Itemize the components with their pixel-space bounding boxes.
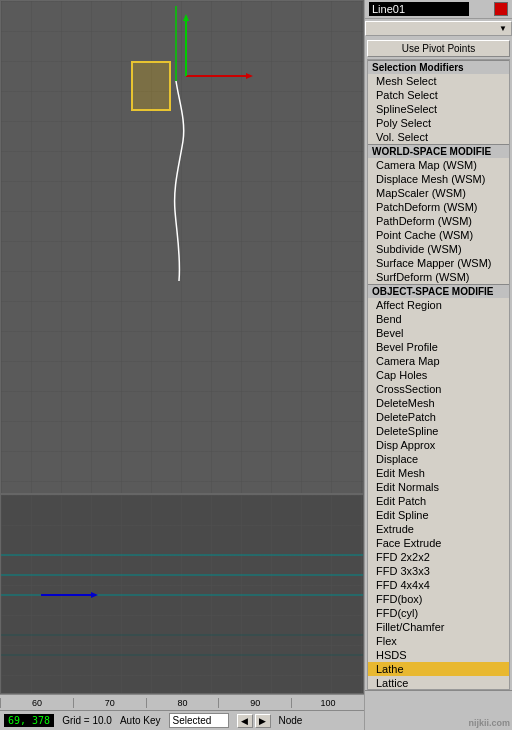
ruler-tick-70: 70 (73, 698, 146, 708)
list-item-extrude[interactable]: Extrude (368, 522, 509, 536)
next-frame-button[interactable]: ▶ (255, 714, 271, 728)
ruler-tick-100: 100 (291, 698, 364, 708)
list-item-ffd-4x4x4[interactable]: FFD 4x4x4 (368, 578, 509, 592)
viewport-top[interactable] (0, 0, 364, 494)
list-item-surfdeform-wsm[interactable]: SurfDeform (WSM) (368, 270, 509, 284)
list-item-subdivide-wsm[interactable]: Subdivide (WSM) (368, 242, 509, 256)
viewport-area: 60 70 80 90 100 69, 378 Grid = 10.0 Auto… (0, 0, 364, 730)
list-item-face-extrude[interactable]: Face Extrude (368, 536, 509, 550)
list-item-hsds[interactable]: HSDS (368, 648, 509, 662)
list-item-deletepatch[interactable]: DeletePatch (368, 410, 509, 424)
list-item-ffd-2x2x2[interactable]: FFD 2x2x2 (368, 550, 509, 564)
object-name-input[interactable] (369, 2, 469, 16)
ruler-tick-80: 80 (146, 698, 219, 708)
list-item-affect-region[interactable]: Affect Region (368, 298, 509, 312)
prev-frame-button[interactable]: ◀ (237, 714, 253, 728)
svg-marker-9 (91, 592, 98, 598)
list-item-edit-patch[interactable]: Edit Patch (368, 494, 509, 508)
watermark: nijkii.com (468, 718, 510, 728)
ruler-content: 60 70 80 90 100 (0, 698, 364, 708)
list-item-ffd-cyl[interactable]: FFD(cyl) (368, 606, 509, 620)
list-item-vol-select[interactable]: Vol. Select (368, 130, 509, 144)
list-item-bend[interactable]: Bend (368, 312, 509, 326)
list-item-lathe[interactable]: Lathe (368, 662, 509, 676)
modifier-stack-dropdown[interactable]: ▼ (365, 21, 512, 36)
world-space-header: WORLD-SPACE MODIFIE (368, 144, 509, 158)
viewport-bottom[interactable] (0, 494, 364, 694)
list-item-pathdeform-wsm[interactable]: PathDeform (WSM) (368, 214, 509, 228)
list-item-bevel-profile[interactable]: Bevel Profile (368, 340, 509, 354)
list-item-lattice[interactable]: Lattice (368, 676, 509, 690)
grid-info: Grid = 10.0 (62, 715, 112, 726)
list-item-mapscaler-wsm[interactable]: MapScaler (WSM) (368, 186, 509, 200)
list-item-spline-select[interactable]: SplineSelect (368, 102, 509, 116)
right-panel: ▼ Use Pivot Points Selection Modifiers M… (364, 0, 512, 730)
list-item-deletespline[interactable]: DeleteSpline (368, 424, 509, 438)
list-item-surface-mapper-wsm[interactable]: Surface Mapper (WSM) (368, 256, 509, 270)
list-item-camera-map-wsm[interactable]: Camera Map (WSM) (368, 158, 509, 172)
list-item-deletemesh[interactable]: DeleteMesh (368, 396, 509, 410)
list-item-patchdeform-wsm[interactable]: PatchDeform (WSM) (368, 200, 509, 214)
viewport-bottom-svg (1, 495, 363, 693)
svg-marker-4 (183, 14, 189, 21)
object-color-box[interactable] (494, 2, 508, 16)
list-item-cap-holes[interactable]: Cap Holes (368, 368, 509, 382)
chevron-down-icon: ▼ (499, 24, 507, 33)
ruler: 60 70 80 90 100 (0, 694, 364, 710)
list-item-ffd-3x3x3[interactable]: FFD 3x3x3 (368, 564, 509, 578)
object-space-header: OBJECT-SPACE MODIFIE (368, 284, 509, 298)
list-item-camera-map[interactable]: Camera Map (368, 354, 509, 368)
watermark-area: nijkii.com (365, 690, 512, 730)
list-item-crosssection[interactable]: CrossSection (368, 382, 509, 396)
list-item-ffd-box[interactable]: FFD(box) (368, 592, 509, 606)
list-item-edit-normals[interactable]: Edit Normals (368, 480, 509, 494)
list-item-bevel[interactable]: Bevel (368, 326, 509, 340)
list-item-edit-spline[interactable]: Edit Spline (368, 508, 509, 522)
use-pivot-points-button[interactable]: Use Pivot Points (367, 40, 510, 57)
ruler-tick-60: 60 (0, 698, 73, 708)
list-item-flex[interactable]: Flex (368, 634, 509, 648)
list-item-patch-select[interactable]: Patch Select (368, 88, 509, 102)
node-label: Node (279, 715, 303, 726)
nav-arrows: ◀ ▶ (237, 714, 271, 728)
selection-modifiers-header: Selection Modifiers (368, 60, 509, 74)
list-item-displace-mesh-wsm[interactable]: Displace Mesh (WSM) (368, 172, 509, 186)
coordinates-display: 69, 378 (4, 714, 54, 727)
list-item-mesh-select[interactable]: Mesh Select (368, 74, 509, 88)
viewport-svg (1, 1, 363, 493)
ruler-tick-90: 90 (218, 698, 291, 708)
mode-status: Auto Key (120, 715, 161, 726)
svg-marker-2 (246, 73, 253, 79)
bottom-bar: 69, 378 Grid = 10.0 Auto Key Selected ◀ … (0, 710, 364, 730)
list-item-edit-mesh[interactable]: Edit Mesh (368, 466, 509, 480)
main-area: 60 70 80 90 100 69, 378 Grid = 10.0 Auto… (0, 0, 512, 730)
modifier-list[interactable]: Selection Modifiers Mesh Select Patch Se… (367, 59, 510, 690)
panel-header (365, 0, 512, 19)
list-item-point-cache-wsm[interactable]: Point Cache (WSM) (368, 228, 509, 242)
list-item-disp-approx[interactable]: Disp Approx (368, 438, 509, 452)
selection-status: Selected (169, 713, 229, 728)
list-item-displace[interactable]: Displace (368, 452, 509, 466)
list-item-poly-select[interactable]: Poly Select (368, 116, 509, 130)
list-item-fillet-chamfer[interactable]: Fillet/Chamfer (368, 620, 509, 634)
